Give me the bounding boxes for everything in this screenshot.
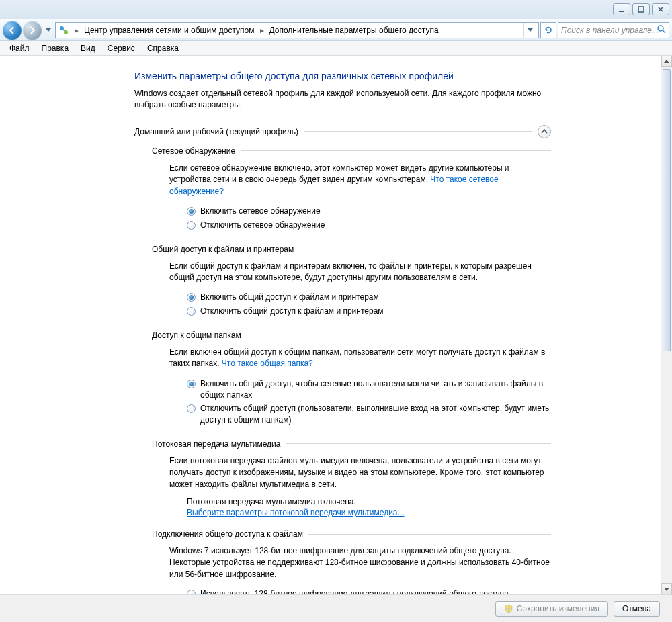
- history-dropdown[interactable]: [43, 21, 54, 39]
- button-label: Сохранить изменения: [517, 604, 599, 613]
- footer-bar: Сохранить изменения Отмена: [0, 594, 672, 622]
- search-input[interactable]: Поиск в панели управле...: [558, 22, 669, 38]
- scroll-up-icon[interactable]: [661, 56, 672, 67]
- divider: [308, 534, 551, 535]
- radio-disable-file-sharing[interactable]: Отключить общий доступ к файлам и принте…: [187, 304, 551, 318]
- search-icon[interactable]: [657, 24, 666, 36]
- address-dropdown[interactable]: [523, 23, 536, 38]
- menu-bar: Файл Правка Вид Сервис Справка: [0, 41, 672, 56]
- section-file-sharing-connections: Подключения общего доступа к файлам Wind…: [152, 529, 551, 594]
- radio-icon: [187, 380, 196, 388]
- address-bar[interactable]: ▸ Центр управления сетями и общим доступ…: [55, 22, 539, 38]
- section-desc: Если потоковая передача файлов мультимед…: [169, 455, 551, 490]
- svg-rect-1: [638, 7, 644, 12]
- refresh-button[interactable]: [540, 22, 556, 38]
- divider: [286, 443, 551, 444]
- section-desc: Если общий доступ к файлам и принтерам в…: [169, 261, 551, 284]
- section-media-streaming: Потоковая передача мультимедиа Если пото…: [152, 439, 551, 517]
- section-file-printer-sharing: Общий доступ к файлам и принтерам Если о…: [152, 245, 551, 318]
- save-changes-button[interactable]: Сохранить изменения: [495, 601, 608, 617]
- cancel-button[interactable]: Отмена: [614, 601, 660, 617]
- section-title: Подключения общего доступа к файлам: [152, 529, 303, 539]
- help-link[interactable]: Что такое общая папка?: [222, 359, 313, 368]
- section-title: Общий доступ к файлам и принтерам: [152, 245, 294, 254]
- profile-header: Домашний или рабочий (текущий профиль): [134, 125, 551, 138]
- section-desc: Если включен общий доступ к общим папкам…: [169, 347, 551, 370]
- scroll-down-icon[interactable]: [661, 583, 672, 594]
- menu-view[interactable]: Вид: [75, 42, 101, 54]
- breadcrumb-item[interactable]: Центр управления сетями и общим доступом: [84, 26, 255, 35]
- section-title: Сетевое обнаружение: [152, 146, 235, 156]
- shield-icon: [504, 604, 513, 613]
- page-description: Windows создает отдельный сетевой профил…: [134, 88, 551, 112]
- section-public-folder-sharing: Доступ к общим папкам Если включен общий…: [152, 330, 551, 427]
- media-streaming-status: Потоковая передача мультимедиа включена.: [187, 497, 551, 506]
- radio-128bit-encryption[interactable]: Использовать 128-битное шифрование для з…: [187, 587, 551, 594]
- radio-icon: [187, 590, 196, 594]
- menu-tools[interactable]: Сервис: [102, 42, 140, 54]
- section-title: Доступ к общим папкам: [152, 330, 241, 340]
- breadcrumb-sep-icon: ▸: [259, 26, 265, 35]
- search-placeholder: Поиск в панели управле...: [561, 26, 659, 35]
- divider: [299, 249, 551, 249]
- menu-help[interactable]: Справка: [142, 42, 184, 54]
- radio-enable-public-sharing[interactable]: Включить общий доступ, чтобы сетевые пол…: [187, 377, 551, 402]
- vertical-scrollbar[interactable]: [661, 56, 672, 594]
- nav-toolbar: ▸ Центр управления сетями и общим доступ…: [0, 19, 672, 41]
- section-desc: Если сетевое обнаружение включено, этот …: [169, 163, 551, 197]
- close-button[interactable]: [652, 3, 669, 15]
- svg-point-4: [658, 26, 663, 31]
- radio-icon: [187, 221, 196, 230]
- svg-rect-0: [619, 11, 624, 12]
- page-title: Изменить параметры общего доступа для ра…: [134, 71, 551, 81]
- radio-enable-file-sharing[interactable]: Включить общий доступ к файлам и принтер…: [187, 290, 551, 304]
- profile-label: Домашний или рабочий (текущий профиль): [134, 127, 298, 136]
- minimize-button[interactable]: [613, 3, 630, 15]
- section-desc: Windows 7 использует 128-битное шифрован…: [169, 545, 551, 580]
- back-button[interactable]: [3, 21, 22, 40]
- menu-edit[interactable]: Правка: [36, 42, 75, 54]
- forward-button[interactable]: [23, 21, 42, 40]
- button-label: Отмена: [622, 604, 651, 613]
- section-network-discovery: Сетевое обнаружение Если сетевое обнаруж…: [152, 146, 551, 232]
- radio-icon: [187, 207, 196, 216]
- media-streaming-options-link[interactable]: Выберите параметры потоковой передачи му…: [187, 508, 405, 517]
- radio-icon: [187, 307, 196, 316]
- collapse-button[interactable]: [538, 125, 551, 138]
- radio-icon: [187, 293, 196, 302]
- radio-disable-public-sharing[interactable]: Отключить общий доступ (пользователи, вы…: [187, 402, 551, 427]
- divider: [241, 150, 551, 151]
- window-titlebar: [0, 0, 672, 19]
- maximize-button[interactable]: [632, 3, 650, 15]
- divider: [304, 131, 532, 132]
- menu-file[interactable]: Файл: [4, 42, 35, 54]
- section-title: Потоковая передача мультимедиа: [152, 439, 280, 449]
- breadcrumb-item[interactable]: Дополнительные параметры общего доступа: [269, 26, 439, 35]
- radio-icon: [187, 404, 196, 413]
- divider: [247, 335, 551, 335]
- breadcrumb-sep-icon: ▸: [73, 26, 80, 35]
- radio-enable-discovery[interactable]: Включить сетевое обнаружение: [187, 204, 551, 218]
- network-sharing-icon: [58, 25, 69, 36]
- content-area: Изменить параметры общего доступа для ра…: [0, 56, 661, 594]
- scrollbar-thumb[interactable]: [663, 69, 671, 351]
- radio-disable-discovery[interactable]: Отключить сетевое обнаружение: [187, 218, 551, 232]
